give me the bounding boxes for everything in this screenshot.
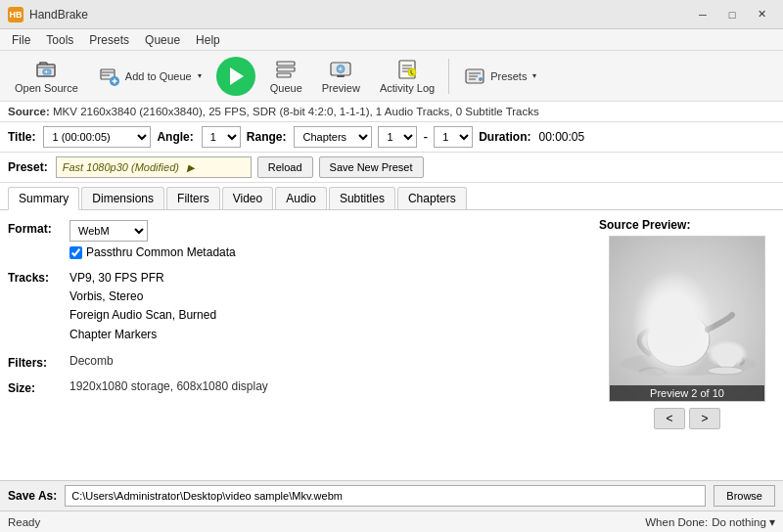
preview-next-button[interactable]: > (689, 408, 720, 429)
svg-rect-15 (610, 237, 765, 402)
size-value: 1920x1080 storage, 608x1080 display (69, 379, 268, 393)
svg-rect-6 (277, 73, 291, 77)
source-preview-label: Source Preview: (599, 218, 690, 232)
track-item: Foreign Audio Scan, Burned (69, 306, 216, 325)
main-content: Format: WebM Passthru Common Metadata Tr… (0, 210, 783, 480)
filters-value: Decomb (69, 354, 114, 368)
minimize-button[interactable]: ─ (689, 5, 716, 24)
title-label: Title: (8, 130, 35, 144)
window-controls: ─ □ ✕ (689, 5, 775, 24)
svg-rect-5 (277, 67, 295, 71)
range-start-select[interactable]: 1 (378, 126, 417, 148)
preview-label: Preview (322, 82, 360, 94)
svg-rect-4 (277, 62, 295, 66)
svg-point-17 (647, 312, 710, 367)
toolbar: Open Source Add to Queue ▾ Queue (0, 51, 783, 102)
start-encode-button[interactable] (216, 57, 255, 96)
svg-point-11 (408, 68, 416, 76)
when-done-label: When Done: (645, 516, 708, 528)
source-label: Source: (8, 106, 50, 117)
save-new-preset-button[interactable]: Save New Preset (319, 156, 424, 178)
add-to-queue-label: Add to Queue (125, 70, 192, 82)
title-range-row: Title: 1 (00:00:05) Angle: 1 Range: Chap… (0, 122, 783, 153)
tab-chapters[interactable]: Chapters (397, 187, 467, 209)
activity-log-button[interactable]: Activity Log (371, 55, 443, 98)
range-end-select[interactable]: 1 (434, 126, 473, 148)
save-as-label: Save As: (8, 489, 57, 503)
app-title: HandBrake (29, 8, 689, 22)
preset-value: Fast 1080p30 (Modified) (63, 161, 179, 173)
open-source-button[interactable]: Open Source (6, 55, 87, 98)
passthru-label: Passthru Common Metadata (86, 245, 236, 259)
format-row: Format: WebM Passthru Common Metadata (8, 218, 591, 261)
add-to-queue-arrow: ▾ (198, 71, 202, 80)
open-source-label: Open Source (15, 82, 78, 94)
queue-label: Queue (270, 82, 302, 94)
preset-label: Preset: (8, 160, 48, 174)
range-type-select[interactable]: Chapters (294, 126, 372, 148)
menu-presets[interactable]: Presets (81, 31, 137, 49)
activity-log-icon (395, 59, 419, 80)
svg-rect-9 (337, 75, 345, 77)
menu-bar: File Tools Presets Queue Help (0, 29, 783, 51)
tab-dimensions[interactable]: Dimensions (81, 187, 164, 209)
range-label: Range: (247, 130, 287, 144)
preset-display[interactable]: Fast 1080p30 (Modified) ▶ (56, 156, 252, 178)
queue-button[interactable]: Queue (261, 55, 311, 98)
tab-audio[interactable]: Audio (275, 187, 327, 209)
filters-row: Filters: Decomb (8, 352, 591, 372)
status-bar: Ready When Done: Do nothing ▾ (0, 510, 783, 532)
presets-label: Presets (490, 70, 527, 82)
tracks-label: Tracks: (8, 269, 62, 285)
presets-button[interactable]: Presets ▾ (454, 55, 545, 98)
preview-navigation: < > (654, 408, 720, 429)
reload-button[interactable]: Reload (257, 156, 313, 178)
preview-prev-button[interactable]: < (654, 408, 685, 429)
size-row: Size: 1920x1080 storage, 608x1080 displa… (8, 377, 591, 397)
svg-point-16 (620, 352, 757, 376)
track-item: Chapter Markers (69, 326, 216, 344)
svg-point-20 (713, 350, 738, 358)
when-done-area: When Done: Do nothing ▾ (645, 515, 775, 529)
preview-icon (329, 59, 352, 80)
tab-summary[interactable]: Summary (8, 187, 79, 210)
passthru-row: Passthru Common Metadata (69, 245, 236, 259)
angle-label: Angle: (157, 130, 193, 144)
app-icon: HB (8, 7, 23, 22)
menu-file[interactable]: File (4, 31, 38, 49)
source-value: MKV 2160x3840 (2160x3840), 25 FPS, SDR (… (53, 106, 539, 117)
when-done-value[interactable]: Do nothing ▾ (712, 515, 775, 529)
tab-subtitles[interactable]: Subtitles (329, 187, 395, 209)
format-label: Format: (8, 220, 62, 236)
preview-caption: Preview 2 of 10 (610, 385, 764, 401)
title-select[interactable]: 1 (00:00:05) (43, 126, 151, 148)
tab-video[interactable]: Video (222, 187, 273, 209)
presets-arrow: ▾ (532, 71, 536, 80)
menu-tools[interactable]: Tools (38, 31, 81, 49)
activity-log-label: Activity Log (380, 82, 435, 94)
passthru-checkbox[interactable] (69, 246, 82, 259)
save-bar: Save As: Browse (0, 480, 783, 510)
queue-icon (274, 59, 298, 80)
menu-queue[interactable]: Queue (137, 31, 188, 49)
save-path-input[interactable] (65, 485, 706, 507)
status-ready: Ready (8, 516, 40, 528)
menu-help[interactable]: Help (188, 31, 228, 49)
preview-button[interactable]: Preview (313, 55, 369, 98)
preset-bar: Preset: Fast 1080p30 (Modified) ▶ Reload… (0, 153, 783, 183)
tab-filters[interactable]: Filters (166, 187, 220, 209)
add-to-queue-icon (98, 65, 121, 88)
preset-expand-icon: ▶ (187, 162, 195, 173)
toolbar-separator (448, 59, 449, 94)
angle-select[interactable]: 1 (202, 126, 241, 148)
add-to-queue-button[interactable]: Add to Queue ▾ (89, 55, 210, 98)
maximize-button[interactable]: □ (718, 5, 746, 24)
range-separator: - (423, 129, 428, 145)
format-select[interactable]: WebM (69, 220, 148, 242)
open-source-icon (34, 59, 58, 80)
duration-value: 00:00:05 (538, 130, 584, 144)
browse-button[interactable]: Browse (714, 485, 775, 507)
close-button[interactable]: ✕ (748, 5, 775, 24)
svg-point-21 (708, 367, 743, 375)
svg-rect-14 (610, 237, 765, 402)
